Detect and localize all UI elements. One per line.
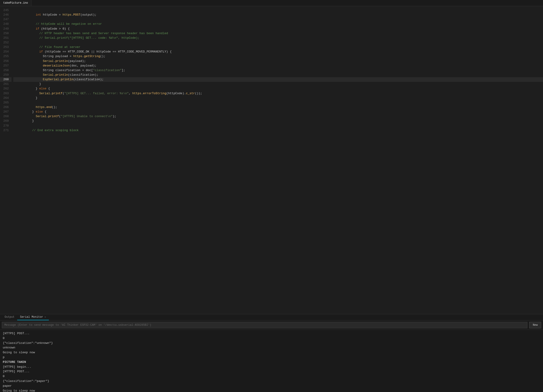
- line-number: 266: [0, 105, 11, 110]
- code-line: String payload = https.getString();: [13, 54, 543, 59]
- line-number: 256: [0, 59, 11, 63]
- line-numbers: 2452462472482492502512522532542552562572…: [0, 6, 11, 314]
- code-line: }: [13, 82, 543, 86]
- code-line: Serial.printf("[HTTPS] Unable to connect…: [13, 114, 543, 119]
- serial-line: [HTTPS] POST...: [3, 369, 540, 374]
- line-number: 269: [0, 119, 11, 123]
- line-number: 271: [0, 128, 11, 133]
- line-number: 261: [0, 82, 11, 86]
- serial-line: Going to sleep now: [3, 389, 540, 392]
- tab-takepicture[interactable]: takePicture.ino: [0, 0, 31, 6]
- code-line: [13, 8, 543, 13]
- line-number: 265: [0, 101, 11, 105]
- code-line: Serial.println(payload);: [13, 59, 543, 63]
- code-line: [13, 40, 543, 45]
- code-line: } else {: [13, 110, 543, 114]
- line-number: 268: [0, 114, 11, 119]
- code-line: [13, 17, 543, 22]
- line-number: 250: [0, 31, 11, 36]
- tab-bar: takePicture.ino: [0, 0, 543, 6]
- code-line: if (httpCode > 0) {: [13, 27, 543, 31]
- line-number: 259: [0, 73, 11, 77]
- tab-label: takePicture.ino: [3, 1, 28, 5]
- code-line: [13, 123, 543, 128]
- code-line: int httpCode = https.POST(output);: [13, 13, 543, 17]
- serial-line: {"classification":"unknown"}: [3, 341, 540, 346]
- line-number: 245: [0, 8, 11, 13]
- serial-line: paper: [3, 384, 540, 389]
- code-line: [13, 101, 543, 105]
- code-line: }: [13, 96, 543, 101]
- panel-tabs: OutputSerial Monitor✕: [0, 314, 543, 320]
- line-number: 260: [0, 77, 11, 82]
- editor-area: 2452462472482492502512522532542552562572…: [0, 6, 543, 314]
- code-line: https.end();: [13, 105, 543, 110]
- line-number: 262: [0, 86, 11, 91]
- serial-line: [HTTPS] begin...: [3, 365, 540, 370]
- serial-line: PICTURE TAKEN: [3, 360, 540, 365]
- line-number: 248: [0, 22, 11, 26]
- serial-line: Going to sleep now: [3, 350, 540, 355]
- line-number: 254: [0, 50, 11, 54]
- serial-line: [HTTPS] POST...: [3, 331, 540, 336]
- line-number: 270: [0, 123, 11, 128]
- line-number: 267: [0, 110, 11, 114]
- bottom-panel: OutputSerial Monitor✕ New [HTTPS] POST..…: [0, 314, 543, 392]
- serial-line: {"classification":"paper"}: [3, 379, 540, 384]
- code-line: Serial.printf("[HTTPS] GET... failed, er…: [13, 91, 543, 96]
- serial-line: 0: [3, 374, 540, 379]
- line-number: 253: [0, 45, 11, 50]
- code-line: // httpCode will be negative on error: [13, 22, 543, 26]
- code-line: if (httpCode == HTTP_CODE_OK || httpCode…: [13, 50, 543, 54]
- line-number: 246: [0, 13, 11, 17]
- message-input[interactable]: [2, 322, 527, 328]
- line-number: 263: [0, 91, 11, 96]
- line-number: 249: [0, 27, 11, 31]
- code-line: // Serial.printf("[HTTPS] GET... code: %…: [13, 36, 543, 40]
- code-line: } else {: [13, 86, 543, 91]
- code-line: // file found at server: [13, 45, 543, 50]
- code-line: // HTTP header has been send and Server …: [13, 31, 543, 36]
- line-number: 264: [0, 96, 11, 101]
- line-number: 255: [0, 54, 11, 59]
- line-number: 251: [0, 36, 11, 40]
- panel-tab-serial-monitor[interactable]: Serial Monitor✕: [17, 314, 49, 320]
- new-button[interactable]: New: [529, 322, 541, 328]
- serial-line: 0: [3, 336, 540, 341]
- code-line: Serial.println(classification);: [13, 73, 543, 77]
- code-line: // End extra scoping block: [13, 128, 543, 133]
- panel-tab-close[interactable]: ✕: [45, 316, 46, 319]
- code-content: int httpCode = https.POST(output); // ht…: [11, 6, 543, 314]
- code-line: String classification = doc["classificat…: [13, 68, 543, 73]
- serial-output: [HTTPS] POST...0{"classification":"unkno…: [0, 330, 543, 392]
- line-number: 258: [0, 68, 11, 73]
- serial-line: p: [3, 355, 540, 360]
- line-number: 252: [0, 40, 11, 45]
- panel-tab-output[interactable]: Output: [2, 314, 17, 320]
- serial-line: unknown: [3, 346, 540, 350]
- code-line: EspSerial.println(classification);: [13, 77, 543, 82]
- message-row: New: [0, 320, 543, 330]
- code-line: deserializeJson(doc, payload);: [13, 63, 543, 68]
- code-line: }: [13, 119, 543, 123]
- line-number: 257: [0, 63, 11, 68]
- line-number: 247: [0, 17, 11, 22]
